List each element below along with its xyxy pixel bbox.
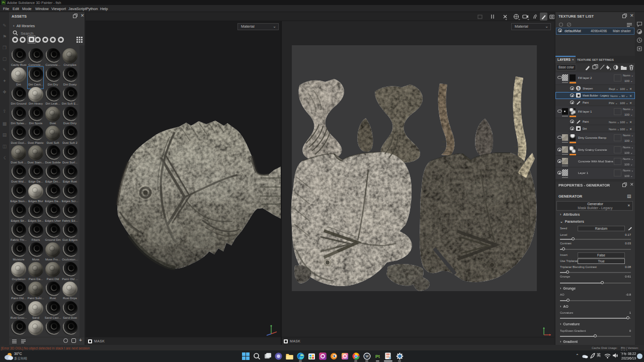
- svg-text:W: W: [365, 354, 369, 358]
- svg-text:Pt: Pt: [375, 354, 380, 359]
